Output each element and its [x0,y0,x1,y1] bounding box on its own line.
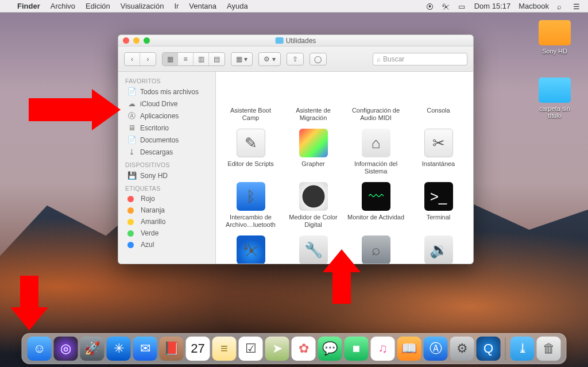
sidebar-item-todos-mis-archivos[interactable]: 📄Todos mis archivos [118,86,215,98]
app-intercambio-de-archivo…luetooth[interactable]: ᛒIntercambio de Archivo…luetooth [219,179,282,232]
menu-edicion[interactable]: Edición [86,2,110,10]
arrange-menu[interactable]: ▦ ▾ [231,52,253,66]
app-label: Asistente de Migración [284,107,342,122]
dock-facetime[interactable]: ■ [345,337,369,361]
sidebar-item-rojo[interactable]: Rojo [118,193,215,204]
dock-safari[interactable]: ✳︎ [107,337,131,361]
app-icon: ᛒ [237,182,265,211]
back-button[interactable]: ‹ [125,53,140,65]
dock-appstore[interactable]: Ⓐ [424,337,448,361]
app-asistente-de-migración[interactable]: Asistente de Migración [282,72,345,125]
dock-launchpad[interactable]: 🚀 [80,337,105,361]
app-label: Consola [427,107,450,122]
folder-icon [276,37,284,44]
dock-messages[interactable]: 💬 [318,337,342,361]
share-button[interactable]: ⇪ [287,53,304,65]
dock-preferences[interactable]: ⚙︎ [450,337,474,361]
app-monitor-de-actividad[interactable]: 〰︎Monitor de Actividad [345,179,407,232]
zoom-button[interactable] [144,37,150,44]
tags-button[interactable]: ◯ [310,53,327,65]
dock-mail[interactable]: ✉︎ [133,337,157,361]
app-utilidad-voiceover[interactable]: 🔉Utilidad VoiceOver [407,232,470,264]
spotlight-icon[interactable]: ⌕ [557,2,565,10]
menu-visualizacion[interactable]: Visualización [121,2,164,10]
sidebar-item-escritorio[interactable]: 🖥Escritorio [118,122,215,134]
menubar-user[interactable]: Macbook [519,2,549,10]
app-utilidad-de-discos[interactable]: ⌕Utilidad de Discos [345,232,407,264]
close-button[interactable] [123,37,129,44]
dock-quicktime[interactable]: Q [477,337,501,361]
dock-siri[interactable]: ◎ [54,337,78,361]
minimize-button[interactable] [133,37,140,44]
dock-trash[interactable]: 🗑 [537,337,561,361]
app-utilidad-colorsync[interactable]: 🔧Utilidad ColorSync [282,232,345,264]
sidebar-item-naranja[interactable]: Naranja [118,204,215,216]
app-label: Configuración de Audio MIDI [347,107,405,122]
menu-archivo[interactable]: Archivo [51,2,75,10]
app-icon: ✎ [237,129,265,157]
app-consola[interactable]: Consola [407,72,470,125]
dock-itunes[interactable]: ♫ [371,337,395,361]
sidebar-item-verde[interactable]: Verde [118,227,215,239]
app-medidor-de-color-digital[interactable]: Medidor de Color Digital [282,179,345,232]
menubar-date[interactable]: Dom 15:17 [474,2,511,10]
window-titlebar[interactable]: Utilidades [118,35,473,47]
battery-icon[interactable]: ▭ [458,2,466,10]
app-utilidad-airport[interactable]: ⏧Utilidad AirPort [219,232,282,264]
view-gallery[interactable]: ▤ [209,53,225,65]
desktop-folder-label: carpeta sin título [532,105,578,119]
dock-maps[interactable]: ➤ [265,337,289,361]
action-menu[interactable]: ⚙︎ ▾ [258,52,280,66]
desktop-folder-icon[interactable]: carpeta sin título [532,78,578,119]
dock-ibooks[interactable]: 📖 [397,337,421,361]
app-instantánea[interactable]: ✂︎Instantánea [407,125,470,179]
folder-icon [539,78,571,103]
search-field[interactable]: ⌕ Buscar [373,53,467,65]
search-icon: ⌕ [377,55,381,63]
view-columns[interactable]: ▥ [194,53,209,65]
dock-calendar[interactable]: 27 [186,337,210,361]
sidebar-item-sony-hd[interactable]: 💾Sony HD [118,169,215,181]
menu-ventana[interactable]: Ventana [189,2,216,10]
dock-notes[interactable]: ≡ [212,337,237,361]
forward-button[interactable]: › [140,53,156,65]
dock-downloads[interactable]: ⤓ [510,337,535,361]
app-información-del-sistema[interactable]: ⌂Información del Sistema [345,125,407,179]
sidebar-item-descargas[interactable]: ⤓Descargas [118,146,215,158]
app-icon: ✂︎ [424,129,453,157]
tag-dot-icon [127,242,134,248]
view-icons[interactable]: ▦ [163,53,178,65]
menu-ir[interactable]: Ir [174,2,179,10]
desktop-hd-label: Sony HD [532,48,578,55]
app-label: Monitor de Actividad [347,214,404,229]
app-configuración-de-audio-midi[interactable]: Configuración de Audio MIDI [345,72,407,125]
app-label: Asistente Boot Camp [222,107,280,122]
sidebar-item-label: Aplicaciones [140,112,179,120]
dock-finder[interactable]: ☺︎ [28,337,52,361]
view-list[interactable]: ≡ [178,53,194,65]
sidebar-item-aplicaciones[interactable]: ⒶAplicaciones [118,110,215,122]
dock-reminders[interactable]: ☑︎ [239,337,263,361]
app-asistente-boot-camp[interactable]: Asistente Boot Camp [219,72,282,125]
notification-center-icon[interactable]: ☰ [573,2,581,10]
app-menu[interactable]: Finder [17,2,40,10]
record-icon[interactable]: ⦿ [426,2,434,10]
content-area[interactable]: Asistente Boot CampAsistente de Migració… [216,72,473,264]
app-terminal[interactable]: >_Terminal [407,179,470,232]
dock-photos[interactable]: ✿ [292,337,316,361]
desktop-hd-icon[interactable]: Sony HD [532,20,578,55]
sidebar-item-azul[interactable]: Azul [118,239,215,250]
app-icon [299,75,328,104]
sidebar-item-label: iCloud Drive [140,100,177,108]
dock-contacts[interactable]: 📕 [160,337,184,361]
app-label: Intercambio de Archivo…luetooth [222,214,280,229]
sidebar-item-amarillo[interactable]: Amarillo [118,216,215,227]
app-icon [237,75,265,104]
app-editor-de-scripts[interactable]: ✎Editor de Scripts [219,125,282,179]
app-grapher[interactable]: Grapher [282,125,345,179]
sidebar-icon: 💾 [127,171,136,180]
sidebar-item-documentos[interactable]: 📄Documentos [118,134,215,146]
sidebar-item-icloud-drive[interactable]: ☁︎iCloud Drive [118,98,215,110]
wifi-icon[interactable]: ⏧ [442,2,450,10]
menu-ayuda[interactable]: Ayuda [227,2,248,10]
